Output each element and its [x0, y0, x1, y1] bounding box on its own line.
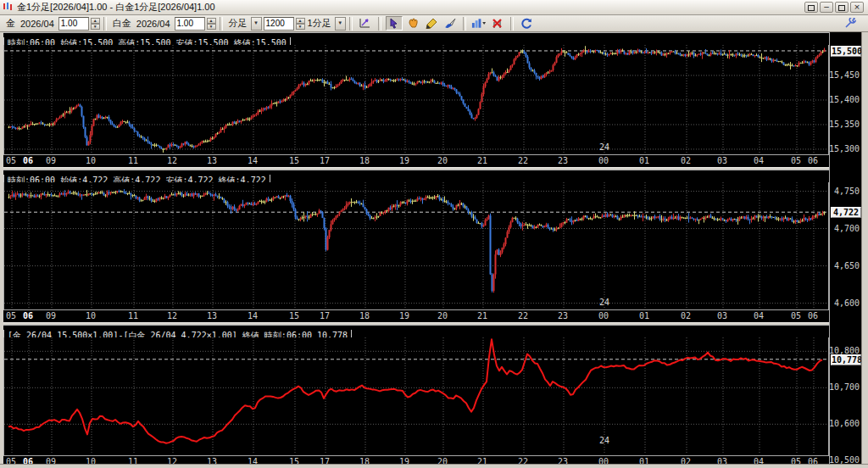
app-candlestick-icon: [3, 0, 14, 15]
bar-type-dropdown-arrow[interactable]: ▼: [251, 17, 262, 31]
price-axis[interactable]: 15,45015,40015,35015,30015,5004,7504,700…: [829, 32, 861, 464]
time-axis-label: 15: [289, 457, 299, 464]
toolbar: 金 2026/04 ▲▼ 白金 2026/04 ▲▼ 分足 ▼ ▲▼ 1分足 ▼: [0, 15, 868, 32]
time-axis-label: 23: [558, 311, 568, 320]
time-axis-label: 13: [207, 156, 217, 165]
interval-dropdown-label: 1分足: [308, 17, 331, 30]
time-axis-label: 23: [558, 156, 568, 165]
time-axis-label: 14: [248, 457, 258, 464]
spread-chart-header: [金 26/04 15,500×1.00]-[白金 26/04 4,722×1.…: [3, 325, 829, 337]
platinum-label: 白金: [113, 17, 131, 30]
time-axis-label: 18: [359, 156, 370, 165]
price-tick-label: 15,450: [829, 70, 860, 80]
interval-dropdown-arrow[interactable]: ▼: [335, 17, 346, 31]
time-axis-label: 20: [437, 311, 448, 320]
date-change-label: 24: [599, 298, 609, 307]
time-axis-label: 05: [6, 457, 16, 464]
price-tick-label: 10,500: [829, 455, 860, 464]
time-axis-label: 23: [558, 457, 568, 464]
time-axis-label: 19: [399, 156, 409, 165]
price-tick-label: 10,700: [829, 382, 860, 392]
toolbar-separator: [463, 17, 466, 31]
time-axis-label: 12: [167, 457, 177, 464]
time-axis-label: 18: [359, 457, 370, 464]
time-axis-label: 03: [717, 311, 727, 320]
time-axis-label: 00: [598, 156, 609, 165]
time-axis-label: 10: [86, 156, 96, 165]
current-price-box: 4,722: [831, 207, 861, 218]
time-axis-label: 14: [248, 156, 258, 165]
window-title: 金1分足[2026/04]1.00 - 白金1分足[2026/04]1.00: [17, 1, 804, 14]
time-axis-label: 00: [598, 457, 609, 464]
time-axis-label: 10: [86, 457, 96, 464]
bar-count-stepper[interactable]: ▲▼: [296, 18, 305, 30]
platinum-candlestick-chart[interactable]: 24: [3, 182, 829, 310]
time-axis-label: 21: [477, 156, 487, 165]
toolbar-separator: [220, 17, 223, 31]
time-axis-label: 03: [717, 156, 727, 165]
time-axis-label: 05: [6, 156, 16, 165]
maximize-button[interactable]: [835, 2, 849, 13]
time-axis-label: 05: [791, 311, 801, 320]
delete-drawing-icon[interactable]: [489, 16, 506, 31]
time-axis-label: 12: [167, 156, 177, 165]
time-axis-label: 02: [681, 457, 691, 464]
bar-type-dropdown-label: 分足: [229, 17, 248, 30]
time-axis-label: 05: [791, 156, 801, 165]
time-axis-label: 17: [320, 457, 330, 464]
window-border-bottom: [0, 464, 868, 468]
chart-area: 時刻:06:00 始値:15,500 高値:15,500 安値:15,500 終…: [3, 32, 861, 464]
spread-time-axis: 0506091011121314151718192021222300010203…: [3, 456, 829, 464]
time-axis-label: 04: [754, 311, 764, 320]
refresh-icon[interactable]: [518, 16, 535, 31]
settings-wrench-icon[interactable]: [842, 16, 859, 31]
date-change-label: 24: [599, 436, 609, 445]
price-tick-label: 15,350: [829, 120, 860, 129]
spread-line-chart[interactable]: 24: [3, 337, 829, 456]
platinum-time-axis: 0506091011121314151718192021222300010203…: [3, 310, 829, 322]
scale-adjust-icon[interactable]: [357, 16, 374, 31]
time-axis-label: 18: [359, 311, 370, 320]
spread-chart-panel: [金 26/04 15,500×1.00]-[白金 26/04 4,722×1.…: [3, 325, 829, 464]
gold-chart-header: 時刻:06:00 始値:15,500 高値:15,500 安値:15,500 終…: [3, 32, 829, 45]
select-tool-icon[interactable]: [386, 16, 403, 31]
gold-multiplier-input[interactable]: [59, 19, 88, 29]
time-axis-label: 06: [808, 156, 818, 165]
time-axis-label: 19: [399, 311, 409, 320]
gold-candlestick-chart[interactable]: 24: [3, 45, 829, 155]
time-axis-label: 03: [717, 457, 727, 464]
platinum-chart-header: 時刻:06:00 始値:4,722 高値:4,722 安値:4,722 終値:4…: [3, 170, 829, 182]
float-window-button[interactable]: [804, 2, 818, 13]
pencil-tool-icon[interactable]: [423, 16, 440, 31]
time-axis-label: 21: [477, 311, 487, 320]
time-axis-label: 19: [399, 457, 409, 464]
gold-label: 金: [6, 17, 15, 30]
time-axis-label: 22: [518, 457, 528, 464]
time-axis-label: 05: [791, 457, 801, 464]
time-axis-label: 11: [128, 457, 138, 464]
platinum-contract-month: 2026/04: [136, 19, 170, 29]
price-tick-label: 15,300: [829, 144, 860, 153]
gold-time-axis: 0506091011121314151718192021222300010203…: [3, 155, 829, 167]
time-axis-label: 04: [754, 457, 764, 464]
pan-hand-icon[interactable]: [404, 16, 421, 31]
indicator-chart-icon[interactable]: [470, 16, 487, 31]
time-axis-label: 15: [289, 311, 299, 320]
bar-count-input[interactable]: [264, 19, 293, 29]
gold-chart-panel: 時刻:06:00 始値:15,500 高値:15,500 安値:15,500 終…: [3, 32, 829, 167]
minimize-button[interactable]: −: [820, 2, 833, 13]
gold-multiplier-stepper[interactable]: ▲▼: [91, 18, 100, 30]
close-button[interactable]: ×: [850, 2, 864, 13]
time-axis-label: 09: [46, 311, 56, 320]
time-axis-label: 14: [248, 311, 258, 320]
time-axis-label: 20: [437, 156, 448, 165]
platinum-multiplier-stepper[interactable]: ▲▼: [207, 18, 216, 30]
title-bar[interactable]: 金1分足[2026/04]1.00 - 白金1分足[2026/04]1.00 −…: [0, 0, 868, 15]
time-axis-label: 11: [128, 156, 138, 165]
time-axis-label: 15: [289, 156, 299, 165]
platinum-multiplier-input[interactable]: [175, 19, 204, 29]
time-axis-label: 01: [639, 311, 649, 320]
time-axis-label: 06: [23, 311, 33, 320]
toolbar-separator: [103, 17, 107, 31]
brush-tool-icon[interactable]: [442, 16, 459, 31]
